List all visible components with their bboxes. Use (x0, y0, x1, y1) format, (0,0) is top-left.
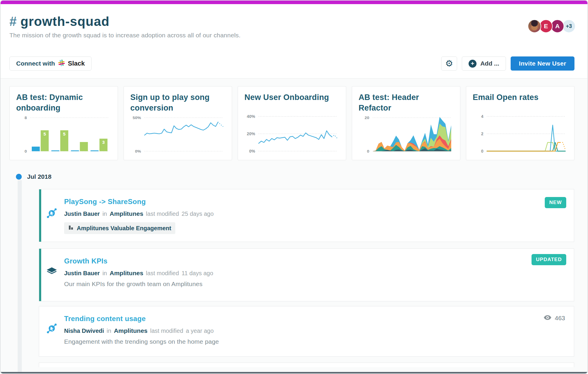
item-modified-time: 25 days ago (181, 211, 214, 217)
timeline-item-trending-content-usage[interactable]: Trending content usage Nisha Dwivedi in … (39, 306, 574, 357)
item-description: Our main KPIs for the growth team on Amp… (64, 280, 565, 288)
svg-text:20%: 20% (247, 131, 255, 136)
item-meta: Justin Bauer in Amplitunes last modified… (64, 210, 565, 217)
item-modified-time: a year ago (186, 328, 214, 334)
svg-text:40%: 40% (247, 114, 255, 119)
chart-card-new-user-onboarding[interactable]: New User Onboarding 40%20%0% (238, 86, 346, 160)
chart-card-ab-test-header-refactor[interactable]: AB test: Header Refactor 200 (352, 86, 460, 160)
item-author[interactable]: Justin Bauer (64, 270, 100, 277)
layers-icon (46, 267, 57, 277)
timeline-dot (16, 174, 22, 180)
item-in-label: in (102, 211, 107, 217)
svg-text:20: 20 (365, 116, 369, 120)
top-accent-bar (1, 1, 587, 4)
add-button-label: Add ... (480, 60, 499, 67)
svg-text:50%: 50% (133, 116, 141, 120)
funnel-chart-icon (46, 323, 57, 335)
svg-text:0%: 0% (135, 149, 141, 154)
item-title-link[interactable]: PlaySong -> ShareSong (64, 198, 565, 206)
view-count: 463 (544, 315, 565, 322)
plus-circle-icon: + (469, 60, 477, 68)
svg-text:5: 5 (44, 132, 46, 136)
item-workspace[interactable]: Amplitunes (114, 327, 147, 334)
toolbar: Connect with Slack ⚙ + Add ... Invite Ne… (1, 56, 587, 71)
window-bottom-edge (1, 372, 587, 373)
toolbar-right: ⚙ + Add ... Invite New User (441, 56, 574, 71)
svg-text:0: 0 (367, 149, 369, 154)
item-title-link[interactable]: Trending content usage (64, 315, 565, 323)
content: AB test: Dynamic onboarding 80553 Sign u… (1, 79, 587, 373)
item-in-label: in (107, 328, 111, 334)
mini-line-chart: 40%20%0% (244, 112, 339, 156)
eye-icon (544, 315, 552, 322)
slack-brand-label: Slack (68, 60, 85, 67)
settings-button[interactable]: ⚙ (441, 56, 457, 71)
funnel-chart-icon (46, 208, 57, 220)
invite-new-user-button[interactable]: Invite New User (511, 56, 574, 71)
page-title: #growth-squad (9, 15, 241, 28)
item-in-label: in (102, 270, 107, 277)
chart-card-ab-test-dynamic-onboarding[interactable]: AB test: Dynamic onboarding 80553 (9, 86, 118, 160)
mini-bar-chart: 80553 (16, 113, 111, 156)
slack-icon (58, 59, 65, 68)
timeline-month-label: Jul 2018 (27, 173, 51, 180)
item-modified-label: last modified (146, 211, 179, 217)
page-title-text: growth-squad (20, 14, 109, 29)
connect-slack-button[interactable]: Connect with Slack (9, 56, 91, 71)
item-meta: Justin Bauer in Amplitunes last modified… (64, 270, 565, 277)
chart-card-email-open-rates[interactable]: Email Open rates 420 (466, 86, 574, 160)
add-button[interactable]: + Add ... (462, 56, 506, 71)
item-modified-time: 11 days ago (181, 270, 213, 277)
item-tag[interactable]: Amplitunes Valuable Engagement (64, 222, 175, 234)
chart-card-signup-conversion[interactable]: Sign up to play song conversion 50%0% (124, 86, 232, 160)
status-badge-new: NEW (545, 197, 566, 208)
svg-text:2: 2 (481, 131, 483, 136)
svg-text:0: 0 (481, 149, 483, 153)
mini-area-chart: 200 (359, 113, 454, 156)
view-count-value: 463 (555, 315, 565, 322)
mini-line-chart: 50%0% (130, 113, 225, 156)
chart-card-title: Sign up to play song conversion (130, 92, 225, 113)
timeline-item-partial[interactable] (39, 363, 574, 367)
bar-chart-icon (68, 225, 74, 232)
item-workspace[interactable]: Amplitunes (110, 210, 143, 217)
item-meta: Nisha Dwivedi in Amplitunes last modifie… (64, 327, 565, 334)
timeline-item-list: PlaySong -> ShareSong Justin Bauer in Am… (39, 189, 574, 367)
timeline-item-growth-kpis[interactable]: Growth KPIs Justin Bauer in Amplitunes l… (39, 248, 574, 301)
svg-text:8: 8 (24, 116, 27, 120)
timeline-item-playsong-sharesong[interactable]: PlaySong -> ShareSong Justin Bauer in Am… (39, 189, 574, 242)
timeline-line (18, 180, 22, 373)
svg-text:4: 4 (481, 114, 483, 119)
avatar-photo[interactable] (528, 19, 541, 33)
item-author[interactable]: Justin Bauer (64, 211, 100, 217)
svg-text:5: 5 (63, 132, 65, 136)
channel-hash: # (9, 14, 17, 29)
connect-label: Connect with (16, 60, 55, 67)
chart-card-title: AB test: Dynamic onboarding (16, 92, 111, 113)
page-subtitle: The mission of the growth squad is to in… (9, 32, 241, 39)
svg-text:0%: 0% (249, 149, 255, 153)
chart-cards-row: AB test: Dynamic onboarding 80553 Sign u… (1, 79, 587, 160)
item-tag-label: Amplitunes Valuable Engagement (77, 225, 171, 232)
chart-card-title: Email Open rates (473, 92, 568, 103)
item-workspace[interactable]: Amplitunes (110, 270, 143, 277)
item-accent-bar (39, 189, 41, 242)
item-modified-label: last modified (146, 270, 179, 277)
item-modified-label: last modified (150, 328, 183, 334)
svg-text:0: 0 (24, 149, 27, 154)
header: #growth-squad The mission of the growth … (1, 4, 587, 39)
timeline-header: Jul 2018 (16, 173, 587, 180)
item-title-link[interactable]: Growth KPIs (64, 257, 565, 265)
mini-line-chart: 420 (473, 112, 568, 156)
item-author[interactable]: Nisha Dwivedi (64, 328, 104, 334)
gear-icon: ⚙ (445, 59, 453, 68)
item-accent-bar (39, 249, 41, 301)
svg-text:3: 3 (102, 140, 105, 145)
app-window: #growth-squad The mission of the growth … (0, 0, 588, 374)
chart-card-title: AB test: Header Refactor (359, 92, 454, 113)
chart-card-title: New User Onboarding (244, 92, 339, 103)
avatar-group[interactable]: E A +3 (528, 19, 576, 39)
item-description: Engagement with the trending songs on th… (64, 338, 565, 345)
status-badge-updated: UPDATED (532, 254, 566, 265)
